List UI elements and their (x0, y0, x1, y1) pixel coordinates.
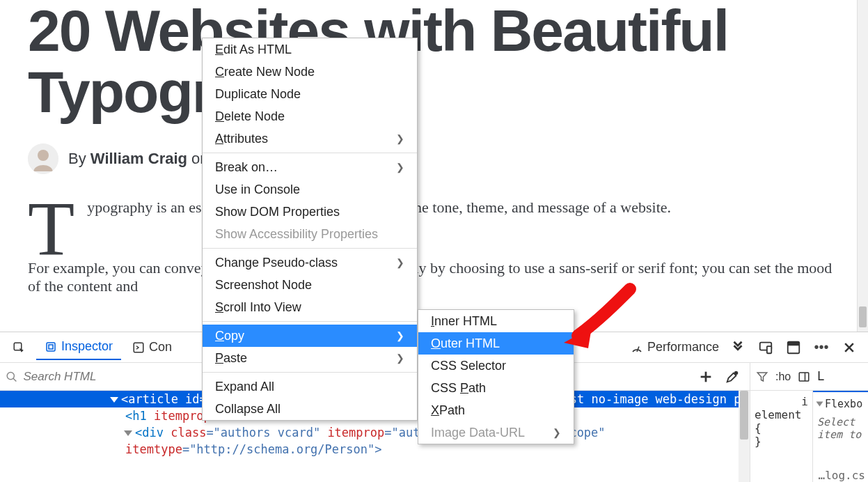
element-picker-button[interactable] (4, 335, 33, 360)
tab-performance[interactable]: Performance (622, 335, 727, 360)
svg-rect-3 (47, 343, 55, 351)
add-node-icon[interactable] (698, 369, 713, 384)
submenu-item-xpath[interactable]: XPath (418, 399, 574, 421)
chevron-right-icon: ❯ (396, 330, 404, 341)
dom-node-div-authors-cont[interactable]: itemtype="http://schema.org/Person"> (0, 441, 750, 458)
chevron-right-icon: ❯ (396, 352, 404, 364)
layout-pane-icon[interactable] (798, 371, 810, 383)
menu-separator (203, 248, 417, 249)
tab-console[interactable]: Con (124, 335, 180, 360)
styles-pane[interactable]: i element { } (750, 391, 812, 482)
dom-scrollbar-thumb[interactable] (740, 391, 748, 440)
context-submenu-copy[interactable]: Inner HTMLOuter HTMLCSS SelectorCSS Path… (418, 309, 574, 444)
menu-item-show-accessibility-properties: Show Accessibility Properties (203, 223, 417, 245)
search-icon (6, 371, 18, 383)
tab-inspector-label: Inspector (61, 339, 113, 354)
article-paragraph-1: T ypography is an essential and integral… (28, 195, 840, 219)
svg-rect-4 (49, 345, 53, 349)
svg-rect-10 (788, 341, 800, 345)
chevron-right-icon: ❯ (396, 257, 404, 268)
dom-node-div-authors[interactable]: <div class="authors vcard" itemprop="aut… (0, 424, 750, 441)
menu-item-screenshot-node[interactable]: Screenshot Node (203, 274, 417, 296)
styles-brace-open: { (755, 421, 808, 435)
twisty-icon[interactable] (110, 397, 118, 403)
menu-item-delete-node[interactable]: Delete Node (203, 105, 417, 127)
submenu-item-inner-html[interactable]: Inner HTML (418, 310, 574, 332)
element-picker-icon (13, 341, 25, 354)
menu-item-change-pseudo-class[interactable]: Change Pseudo-class❯ (203, 251, 417, 274)
menu-item-create-new-node[interactable]: Create New Node (203, 61, 417, 83)
menu-separator (203, 321, 417, 322)
menu-item-paste[interactable]: Paste❯ (203, 347, 417, 369)
page-title: 20 Websites with Beautiful Typography (28, 0, 840, 123)
eyedropper-icon[interactable] (725, 369, 740, 384)
overflow-tabs-icon[interactable] (730, 340, 745, 355)
menu-item-expand-all[interactable]: Expand All (203, 375, 417, 398)
chevron-right-icon: ❯ (396, 133, 404, 144)
styles-hint: i (755, 395, 808, 408)
tab-inspector[interactable]: Inspector (36, 335, 121, 360)
performance-icon (631, 341, 643, 354)
article-paragraph-2: For example, you can convey modernity or… (28, 259, 840, 295)
flexbox-hint: Select item to (817, 416, 864, 441)
twisty-icon[interactable] (816, 402, 823, 407)
context-menu[interactable]: Edit As HTMLCreate New NodeDuplicate Nod… (202, 38, 418, 421)
submenu-item-outer-html[interactable]: Outer HTML (418, 332, 574, 355)
menu-item-copy[interactable]: Copy❯ (203, 325, 417, 347)
menu-item-break-on[interactable]: Break on…❯ (203, 156, 417, 178)
menu-item-scroll-into-view[interactable]: Scroll Into View (203, 296, 417, 318)
tab-console-label: Con (149, 340, 172, 355)
flexbox-label: Flexbo (825, 398, 862, 410)
svg-rect-8 (767, 346, 771, 353)
responsive-mode-icon[interactable] (758, 340, 773, 355)
chevron-right-icon: ❯ (553, 427, 561, 438)
menu-item-collapse-all[interactable]: Collapse All (203, 398, 417, 420)
menu-item-attributes[interactable]: Attributes❯ (203, 127, 417, 150)
submenu-item-image-data-url: Image Data-URL❯ (418, 421, 574, 444)
menu-item-use-in-console[interactable]: Use in Console (203, 178, 417, 201)
page-scrollbar[interactable] (857, 0, 868, 332)
article-content: 20 Websites with Beautiful Typography By… (28, 0, 840, 295)
author-avatar (28, 143, 58, 174)
svg-point-13 (7, 372, 14, 379)
inspector-icon (45, 341, 57, 353)
meatball-menu-icon[interactable]: ••• (814, 340, 829, 355)
menu-item-show-dom-properties[interactable]: Show DOM Properties (203, 201, 417, 223)
devtools-footer: …log.cs (816, 467, 868, 482)
close-devtools-icon[interactable] (842, 340, 857, 355)
svg-rect-18 (800, 373, 810, 381)
by-word: By (68, 150, 86, 167)
dropcap: T (28, 198, 74, 259)
scrollbar-thumb[interactable] (859, 306, 867, 327)
svg-line-6 (637, 346, 639, 352)
svg-point-1 (38, 150, 49, 161)
twisty-icon[interactable] (124, 430, 132, 436)
author-name: William Craig (90, 150, 187, 167)
chevron-right-icon: ❯ (396, 162, 404, 173)
dock-mode-icon[interactable] (786, 340, 801, 355)
tab-performance-label: Performance (647, 340, 719, 355)
styles-brace-close: } (755, 435, 808, 448)
submenu-item-css-path[interactable]: CSS Path (418, 377, 574, 399)
menu-item-duplicate-node[interactable]: Duplicate Node (203, 83, 417, 105)
console-icon (132, 341, 145, 354)
svg-line-14 (13, 378, 16, 381)
menu-separator (203, 372, 417, 373)
filter-icon[interactable] (756, 371, 768, 383)
submenu-item-css-selector[interactable]: CSS Selector (418, 355, 574, 377)
byline: By William Craig on (28, 143, 840, 174)
dom-scrollbar[interactable] (739, 391, 750, 482)
styles-element: element (755, 408, 808, 421)
svg-point-17 (734, 371, 739, 375)
menu-item-edit-as-html[interactable]: Edit As HTML (203, 38, 417, 61)
l-label[interactable]: L (817, 369, 824, 384)
menu-separator (203, 153, 417, 153)
hov-label[interactable]: :ho (775, 371, 791, 383)
